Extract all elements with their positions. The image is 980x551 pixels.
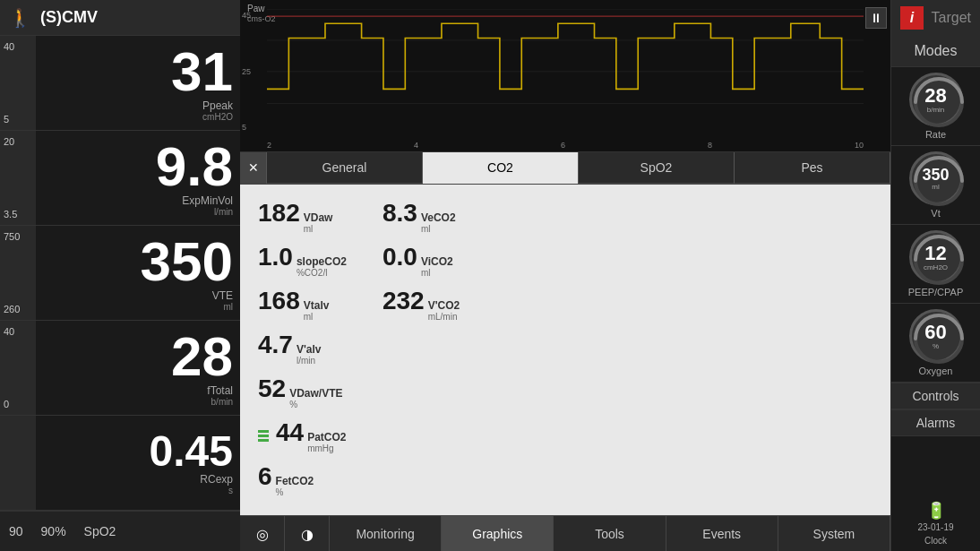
vt-label: Vt (931, 208, 940, 219)
nav-system[interactable]: System (778, 516, 890, 551)
vpco2-label: V'CO2 (428, 299, 460, 312)
nav-monitoring[interactable]: Monitoring (330, 516, 442, 551)
spo2-label: SpO2 (84, 524, 116, 538)
vdaw-value: 182 (258, 199, 300, 228)
vico2-value: 0.0 (383, 243, 417, 271)
patco2-unit: mmHg (307, 443, 346, 453)
battery-icon: 🔋 (926, 501, 946, 521)
ppeak-limits: 40 5 (0, 36, 36, 130)
fetco2-label: FetCO2 (276, 475, 314, 487)
rate-dial[interactable]: 28 b/min (909, 73, 963, 126)
oxygen-dial-container: 60 % Oxygen (891, 304, 980, 383)
alarms-button[interactable]: Alarms (891, 409, 980, 436)
vtalv-value: 168 (258, 287, 300, 315)
controls-button[interactable]: Controls (891, 383, 980, 409)
tab-co2[interactable]: CO2 (423, 151, 579, 184)
rate-dial-container: 28 b/min Rate (891, 67, 980, 146)
vte-low: 260 (4, 304, 32, 314)
vpco2-unit: mL/min (428, 312, 460, 322)
ppeak-value: 31 (171, 44, 233, 99)
expminvol-value: 9.8 (156, 139, 233, 194)
slopeco2-label: slopeCO2 (297, 255, 347, 268)
vt-dial[interactable]: 350 ml (909, 151, 963, 205)
vdaw-unit: ml (304, 224, 333, 234)
expminvol-high: 20 (4, 136, 32, 147)
valv-unit: l/min (297, 356, 322, 366)
tab-general[interactable]: General (267, 151, 423, 184)
oxygen-label: Oxygen (919, 366, 953, 376)
vte-value: 350 (141, 234, 233, 289)
tab-pes[interactable]: Pes (735, 151, 890, 184)
waveform-area: Paw cms-O2 45 25 5 2 (240, 0, 890, 152)
nav-icon-2[interactable]: ◑ (285, 516, 330, 551)
nav-graphics[interactable]: Graphics (442, 516, 554, 551)
slopeco2-value: 1.0 (258, 243, 293, 271)
modes-title[interactable]: Modes (891, 36, 980, 67)
right-panel: i Target Modes 28 b/min Rate (890, 0, 980, 551)
patco2-indicator (258, 430, 269, 442)
spo2-pct-val: 90% (41, 524, 66, 538)
ftotal-main[interactable]: 28 fTotal b/min (36, 321, 240, 415)
veco2-value: 8.3 (383, 199, 417, 228)
indicator-bar-1 (258, 430, 269, 433)
ppeak-name: Ppeak (202, 99, 233, 112)
patco2-value: 44 (276, 418, 304, 447)
waveform-xaxis: 2 4 6 8 10 (267, 141, 864, 150)
valv-value: 4.7 (258, 331, 293, 359)
vdaw-label: VDaw (304, 211, 333, 224)
oxygen-dial[interactable]: 60 % (909, 309, 963, 363)
left-panel: 🚶 (S)CMV 40 5 31 Ppeak cmH2O 20 3.5 9.8 (0, 0, 240, 551)
fetco2-item: 6 FetCO2 % (258, 462, 347, 497)
vte-row: 750 260 350 VTE ml (0, 226, 240, 321)
ftotal-name: fTotal (207, 384, 233, 397)
vdawvte-label: VDaw/VTE (289, 387, 342, 400)
ftotal-high: 40 (4, 326, 32, 337)
vdawvte-item: 52 VDaw/VTE % (258, 375, 347, 409)
vte-limits: 750 260 (0, 226, 36, 320)
ftotal-unit: b/min (211, 397, 233, 407)
nav-icon-1[interactable]: ◎ (240, 516, 285, 551)
vtalv-item: 168 Vtalv ml (258, 287, 347, 322)
vpco2-item: 232 V'CO2 mL/min (383, 287, 460, 322)
vte-name: VTE (212, 289, 233, 302)
vdaw-item: 182 VDaw ml (258, 199, 347, 234)
slopeco2-item: 1.0 slopeCO2 %CO2/l (258, 243, 347, 278)
vpco2-value: 232 (383, 287, 425, 315)
target-label: Target (932, 10, 971, 26)
peep-dial[interactable]: 12 cmH2O (909, 230, 963, 284)
rcexp-row: 0.45 RCexp s (0, 416, 240, 511)
fetco2-value: 6 (258, 462, 272, 491)
waveform-yaxis: 45 25 5 (240, 9, 267, 133)
ftotal-row: 40 0 28 fTotal b/min (0, 321, 240, 416)
vdawvte-unit: % (289, 400, 342, 409)
vte-main[interactable]: 350 VTE ml (36, 226, 240, 320)
peep-dial-container: 12 cmH2O PEEP/CPAP (891, 225, 980, 304)
nav-tools[interactable]: Tools (554, 516, 666, 551)
freeze-button[interactable]: ⏸ (865, 7, 887, 29)
rcexp-name: RCexp (200, 473, 233, 486)
ftotal-limits: 40 0 (0, 321, 36, 415)
right-top-bar: i Target (891, 0, 980, 36)
vico2-item: 0.0 ViCO2 ml (383, 243, 460, 278)
tab-bar: ✕ General CO2 SpO2 Pes (240, 152, 890, 185)
patco2-label: PatCO2 (307, 431, 346, 443)
info-button[interactable]: i (900, 6, 924, 30)
vte-high: 750 (4, 231, 32, 242)
fetco2-unit: % (276, 487, 314, 497)
rate-label: Rate (925, 129, 946, 140)
vte-unit: ml (223, 302, 233, 312)
close-tab-button[interactable]: ✕ (240, 151, 267, 184)
expminvol-main[interactable]: 9.8 ExpMinVol l/min (36, 131, 240, 225)
bottom-nav: ◎ ◑ Monitoring Graphics Tools Events Sys… (240, 515, 890, 551)
ppeak-row: 40 5 31 Ppeak cmH2O (0, 36, 240, 131)
tab-spo2[interactable]: SpO2 (579, 151, 735, 184)
expminvol-unit: l/min (214, 207, 233, 217)
expminvol-row: 20 3.5 9.8 ExpMinVol l/min (0, 131, 240, 226)
vtalv-unit: ml (304, 312, 330, 322)
vtalv-label: Vtalv (304, 299, 330, 312)
rcexp-main[interactable]: 0.45 RCexp s (36, 416, 240, 510)
ppeak-main[interactable]: 31 Ppeak cmH2O (36, 36, 240, 130)
expminvol-name: ExpMinVol (182, 194, 233, 207)
app-container: 🚶 (S)CMV 40 5 31 Ppeak cmH2O 20 3.5 9.8 (0, 0, 980, 551)
nav-events[interactable]: Events (666, 516, 778, 551)
